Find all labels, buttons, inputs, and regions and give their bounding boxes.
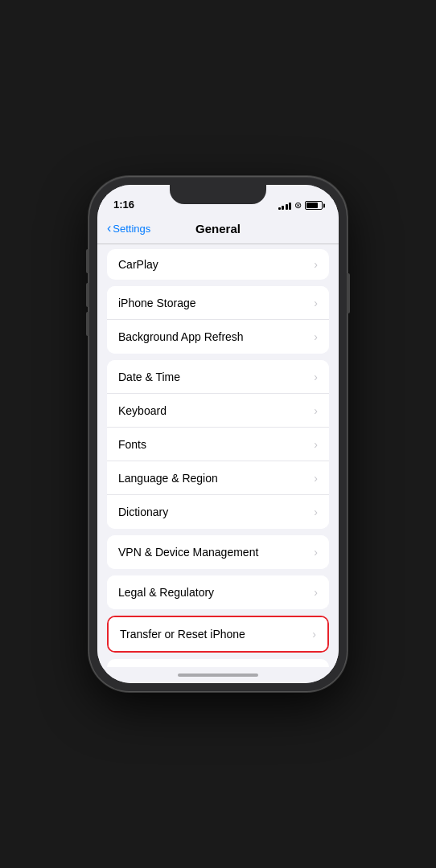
background-app-refresh-item[interactable]: Background App Refresh › (107, 320, 329, 354)
iphone-storage-chevron-icon: › (314, 297, 318, 309)
vpn-label: VPN & Device Management (118, 546, 258, 559)
keyboard-chevron-icon: › (314, 404, 318, 417)
iphone-storage-item[interactable]: iPhone Storage › (107, 286, 329, 320)
keyboard-label: Keyboard (118, 404, 167, 417)
page-title: General (195, 222, 241, 235)
date-time-label: Date & Time (118, 371, 180, 383)
transfer-reset-item[interactable]: Transfer or Reset iPhone › (109, 617, 327, 651)
vpn-chevron-icon: › (314, 546, 318, 559)
fonts-label: Fonts (118, 438, 146, 451)
dictionary-chevron-icon: › (314, 506, 318, 518)
shutdown-item[interactable]: Shut Down (107, 659, 329, 667)
vpn-group: VPN & Device Management › (107, 535, 329, 569)
fonts-item[interactable]: Fonts › (107, 428, 329, 461)
legal-chevron-icon: › (314, 586, 318, 599)
dictionary-label: Dictionary (118, 506, 168, 518)
phone-frame: 1:16 ⊛ ‹ Settings General (89, 177, 347, 691)
home-indicator (97, 667, 339, 683)
wifi-icon: ⊛ (294, 200, 302, 211)
language-region-chevron-icon: › (314, 472, 318, 485)
signal-icon (278, 202, 292, 210)
transfer-reset-group: Transfer or Reset iPhone › (107, 616, 329, 653)
storage-group: iPhone Storage › Background App Refresh … (107, 286, 329, 354)
legal-group: Legal & Regulatory › (107, 575, 329, 609)
nav-bar: ‹ Settings General (97, 214, 339, 244)
date-time-chevron-icon: › (314, 371, 318, 383)
dictionary-item[interactable]: Dictionary › (107, 495, 329, 529)
background-app-refresh-label: Background App Refresh (118, 330, 244, 343)
back-button[interactable]: ‹ Settings (107, 223, 150, 235)
settings-content: CarPlay › iPhone Storage › Background Ap… (97, 244, 339, 667)
transfer-reset-label: Transfer or Reset iPhone (120, 628, 245, 641)
phone-screen: 1:16 ⊛ ‹ Settings General (97, 185, 339, 683)
iphone-storage-label: iPhone Storage (118, 297, 196, 309)
language-region-label: Language & Region (118, 472, 218, 485)
carplay-item[interactable]: CarPlay › (107, 249, 329, 280)
keyboard-item[interactable]: Keyboard › (107, 394, 329, 428)
language-group: Date & Time › Keyboard › Fonts › Languag… (107, 360, 329, 529)
date-time-item[interactable]: Date & Time › (107, 360, 329, 394)
status-time: 1:16 (113, 199, 134, 211)
language-region-item[interactable]: Language & Region › (107, 461, 329, 495)
vpn-item[interactable]: VPN & Device Management › (107, 535, 329, 569)
transfer-reset-chevron-icon: › (312, 628, 316, 641)
legal-item[interactable]: Legal & Regulatory › (107, 575, 329, 609)
carplay-chevron-icon: › (314, 258, 318, 271)
status-icons: ⊛ (278, 200, 323, 211)
fonts-chevron-icon: › (314, 438, 318, 451)
background-app-refresh-chevron-icon: › (314, 330, 318, 343)
battery-icon (305, 201, 323, 210)
home-bar (178, 674, 258, 677)
back-label: Settings (113, 223, 150, 235)
legal-label: Legal & Regulatory (118, 586, 214, 599)
back-chevron-icon: ‹ (107, 222, 111, 235)
carplay-label: CarPlay (118, 258, 158, 271)
notch (170, 185, 266, 204)
